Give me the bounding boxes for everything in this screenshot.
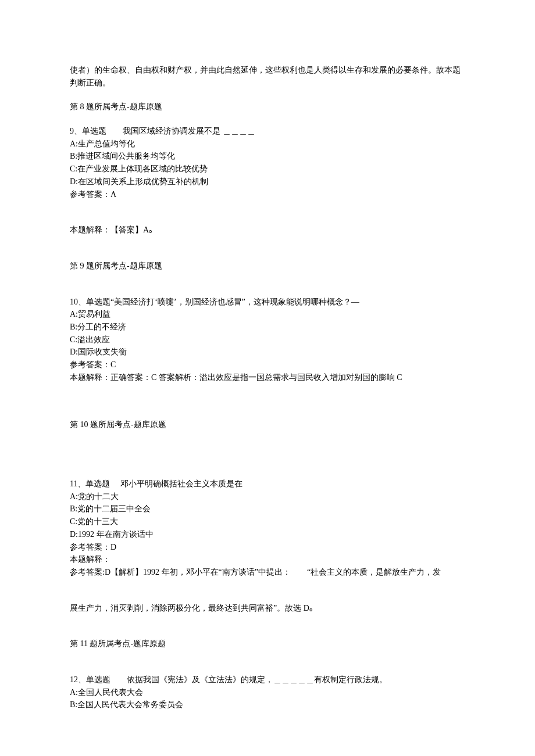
q10-option-b: B:分工的不经济	[70, 321, 465, 334]
spacer	[70, 614, 465, 637]
q11-topic: 第 11 题所属考点-题库原题	[70, 637, 465, 650]
spacer	[70, 113, 465, 125]
q12-option-a: A:全国人民代表大会	[70, 686, 465, 699]
q10-explain: 本题解释：正确答案：C 答案解析：溢出效应是指一国总需求与国民收入增加对别国的膨…	[70, 371, 465, 384]
q9-answer: 参考答案：A	[70, 188, 465, 201]
q9-option-c: C:在产业发展上体现各区域的比较优势	[70, 163, 465, 175]
q9-option-d: D:在区域间关系上形成优势互补的机制	[70, 175, 465, 188]
q9-topic: 第 9 题所属考点-题库原题	[70, 260, 465, 273]
q11-explain-1: 本题解释：	[70, 553, 465, 566]
q11-explain-2: 参考答案:D【解析】1992 年初，邓小平在“南方谈话”中提出： “社会主义的本…	[70, 566, 465, 579]
spacer	[70, 384, 465, 418]
q10-option-a: A:贸易利益	[70, 308, 465, 321]
q9-option-a: A:生产总值均等化	[70, 138, 465, 151]
spacer	[70, 273, 465, 296]
spacer	[70, 650, 465, 673]
spacer	[70, 237, 465, 260]
q10-topic: 第 10 题所屈考点-题库原题	[70, 418, 465, 431]
q8-topic: 第 8 题所属考点-题库原题	[70, 101, 465, 113]
q9-explain: 本题解释：【答案】Aₒ	[70, 224, 465, 237]
q10-option-d: D:国际收支失衡	[70, 346, 465, 359]
q11-stem: 11、单选题 邓小平明确概括社会主义本质是在	[70, 478, 465, 490]
q11-option-b: B:党的十二届三中全会	[70, 503, 465, 515]
spacer	[70, 200, 465, 224]
spacer	[70, 89, 465, 101]
q12-option-b: B:全国人民代表大会常务委员会	[70, 698, 465, 711]
q11-explain-3: 展生产力，消灭剥削，消除两极分化，最终达到共同富裕”。故选 Dₒ	[70, 602, 465, 615]
q11-option-c: C:党的十三大	[70, 515, 465, 528]
spacer	[70, 579, 465, 602]
q9-stem: 9、单选题 我国区域经济协调发展不是 ＿＿＿＿	[70, 125, 465, 138]
q11-option-a: A:党的十二大	[70, 490, 465, 503]
spacer	[70, 431, 465, 478]
q11-answer: 参考答案：D	[70, 541, 465, 554]
q11-option-d: D:1992 年在南方谈话中	[70, 528, 465, 541]
q9-option-b: B:推进区域间公共服务均等化	[70, 150, 465, 163]
q10-answer: 参考答案：C	[70, 359, 465, 371]
q12-stem: 12、单选题 依据我国《宪法》及《立法法》的规定，＿＿＿＿＿有权制定行政法规。	[70, 673, 465, 686]
q8-tail-text: 使者）的生命权、自由权和财产权，并由此自然延伸，这些权利也是人类得以生存和发展的…	[70, 64, 465, 89]
q10-option-c: C:溢出效应	[70, 334, 465, 346]
q10-stem: 10、单选题“美国经济打‘喷嚏’，别国经济也感冒”，这种现象能说明哪种概念？—	[70, 296, 465, 309]
